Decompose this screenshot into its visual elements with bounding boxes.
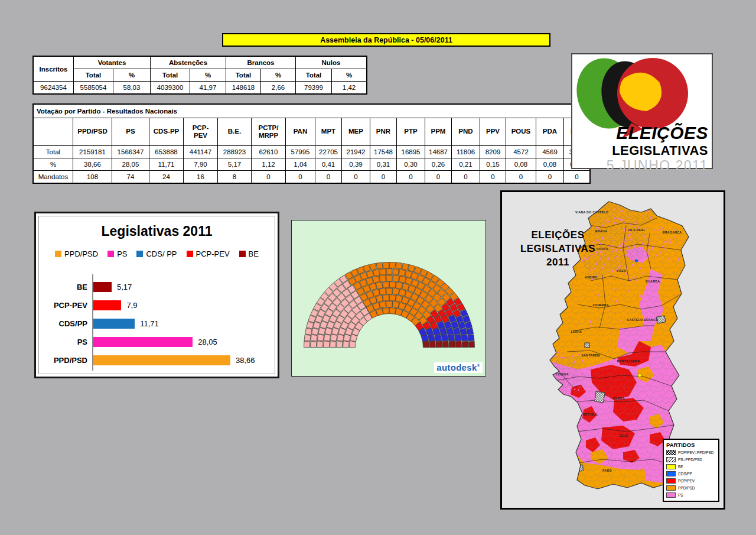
- bar-CDS/PP: [93, 319, 135, 329]
- map-legend-title: PARTIDOS: [666, 442, 716, 448]
- group-nulos: Nulos: [296, 56, 367, 69]
- map-legend-item: PS=PPD/PSD: [666, 457, 716, 462]
- logo-line3: 5 JUNHO 2011: [607, 159, 708, 173]
- seat-cell-PPD/PSD: [399, 276, 406, 283]
- seat-cell-PS: [350, 341, 356, 348]
- party-column-header: PCP- PEV: [184, 118, 218, 146]
- seat-cell-PS: [337, 334, 344, 341]
- party-table-cell: 4572: [506, 146, 536, 158]
- party-table-cell: 0,21: [452, 158, 480, 171]
- map-legend-swatch: [666, 478, 676, 484]
- party-table-cell: 11,71: [149, 158, 184, 171]
- seat-cell-PPD/PSD: [366, 271, 373, 278]
- subheader: Total: [296, 69, 332, 82]
- bar-row: PCP-PEV7,9: [39, 296, 275, 314]
- map-legend-swatch: [666, 485, 676, 491]
- party-table-cell: 28,05: [112, 158, 149, 171]
- bar-PPD/PSD: [93, 355, 230, 365]
- map-legend-label: PCP/PEV=PPD/PSD: [678, 450, 714, 455]
- seat-cell-CDS-PP: [468, 335, 474, 341]
- party-column-header: POUS: [506, 118, 536, 146]
- subheader-row: Total % Total % Total % Total %: [33, 69, 367, 82]
- seat-cell-PS: [324, 334, 330, 341]
- logo-text: ELEIÇÕES LEGISLATIVAS 5 JUNHO 2011: [607, 124, 708, 173]
- party-column-header: PS: [112, 118, 149, 146]
- district-label: CASTELO BRANCO: [627, 318, 658, 322]
- seat-cell-PPD/PSD: [393, 275, 399, 282]
- party-table-cell: 21942: [342, 146, 370, 158]
- party-table-cell: 5,17: [218, 158, 252, 171]
- seat-cell-CDS-PP: [455, 334, 461, 341]
- legend-label: CDS/ PP: [146, 249, 177, 258]
- be-municipality: [638, 374, 641, 377]
- bar-PCP-PEV: [93, 300, 121, 310]
- party-column-header: PTP: [397, 118, 425, 146]
- map-legend-item: CDS/PP: [666, 471, 716, 476]
- map-legend-item: PCP/PEV=PPD/PSD: [666, 450, 716, 455]
- seat-cell-PS: [337, 341, 343, 348]
- district-label: AVEIRO: [585, 275, 597, 279]
- group-votantes: Votantes: [74, 56, 151, 69]
- seat-cell-PPD/PSD: [396, 295, 403, 302]
- seat-cell-PPD/PSD: [376, 282, 383, 288]
- district-label: VISEU: [616, 269, 626, 273]
- bar-value-label: 38,66: [236, 356, 255, 365]
- seat-cell-PPD/PSD: [408, 265, 415, 272]
- party-table-cell: 0: [315, 171, 342, 184]
- election-dashboard: { "banner": { "text": "Assembleia da Rep…: [0, 0, 756, 535]
- party-column-header: PPM: [425, 118, 452, 146]
- map-legend-label: CDS/PP: [678, 472, 692, 476]
- party-table-cell: 0: [425, 171, 452, 184]
- map-legend-label: PS=PPD/PSD: [678, 458, 702, 462]
- cell-abstencoes-total: 4039300: [151, 82, 190, 95]
- seat-cell-CDS-PP: [461, 335, 468, 341]
- watermark-text: autodesk: [436, 362, 477, 372]
- seat-cell-PPD/PSD: [405, 271, 412, 278]
- banner-text: Assembleia da República - 05/06/2011: [320, 36, 452, 44]
- party-table-cell: 11806: [452, 146, 480, 158]
- map-legend-label: PPD/PSD: [678, 486, 695, 490]
- bar-category-label: CDS/PP: [39, 319, 93, 328]
- seat-cell-PPD/PSD: [402, 283, 410, 290]
- party-table-cell: 0: [536, 171, 564, 184]
- seat-cell-CDS-PP: [441, 334, 448, 341]
- bar-row: CDS/PP11,71: [39, 314, 275, 332]
- map-legend-swatch: [666, 464, 676, 469]
- district-label: GUARDA: [646, 280, 660, 283]
- party-table-cell: 0: [342, 171, 370, 184]
- party-table-cell: 2159181: [73, 146, 112, 158]
- legend-swatch: [239, 251, 246, 257]
- party-table-cell: 57995: [286, 146, 315, 158]
- map-legend-item: PCP/PEV: [666, 478, 716, 484]
- legend-item: CDS/ PP: [136, 249, 177, 258]
- map-legend-item: PPD/PSD: [666, 485, 716, 491]
- party-total-row: Total 2159181156634765388844114728892362…: [33, 146, 590, 158]
- party-table-cell: 0: [397, 171, 425, 184]
- seat-cell-PPD/PSD: [373, 276, 380, 283]
- bar-value-label: 11,71: [140, 319, 159, 328]
- seat-cell-PPD/PSD: [399, 270, 405, 277]
- bar-value-label: 28,05: [198, 338, 217, 346]
- district-label: COIMBRA: [593, 303, 609, 307]
- party-column-header: PNR: [370, 118, 397, 146]
- district-label: SETÚBAL: [583, 413, 599, 416]
- seat-cell-BE: [462, 341, 468, 347]
- cell-brancos-total: 148618: [226, 82, 261, 95]
- seat-cell-PS: [330, 341, 337, 348]
- title-banner: Assembleia da República - 05/06/2011: [222, 33, 550, 47]
- seat-cell-PPD/PSD: [383, 308, 389, 314]
- party-table-cell: 1566347: [112, 146, 149, 158]
- party-table-cell: 0,08: [506, 158, 536, 171]
- seat-cell-BE: [429, 341, 436, 348]
- bar-category-label: PCP-PEV: [39, 301, 93, 310]
- seat-cell-PPD/PSD: [376, 262, 383, 269]
- map-legend-label: BE: [678, 465, 683, 469]
- seat-cell-PS: [324, 341, 330, 348]
- map-panel: VIANA DO CASTELOBRAGAVILA REALBRAGANÇAPO…: [500, 190, 725, 510]
- party-column-header: MPT: [315, 118, 342, 146]
- seat-cell-PS: [317, 341, 324, 348]
- seat-cell-PPD/PSD: [379, 288, 386, 295]
- party-table-cell: 38,66: [73, 158, 112, 171]
- map-title: ELEIÇÕES LEGISLATIVAS 2011: [509, 229, 607, 270]
- bar-PS: [93, 337, 193, 347]
